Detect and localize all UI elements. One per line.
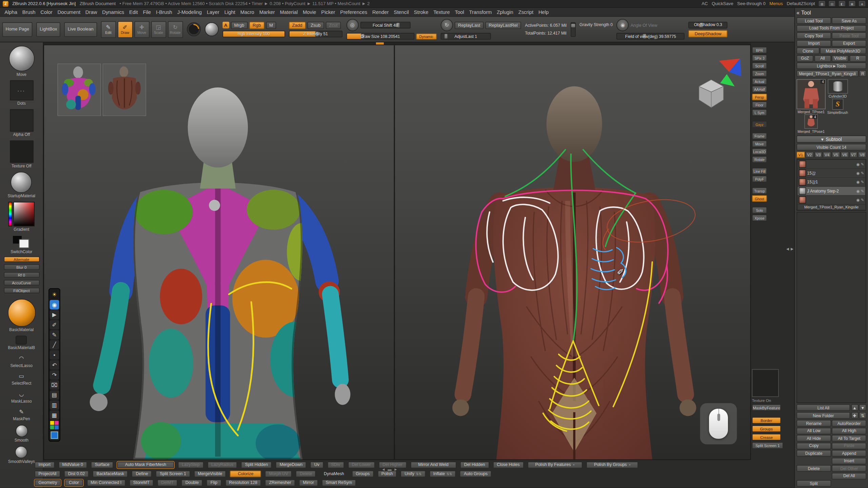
primary-color-swatch[interactable] <box>19 239 29 248</box>
fov-slider[interactable]: Field of view(deg) 39.59775 <box>617 33 685 40</box>
bottom-button[interactable]: Geometry <box>35 479 61 486</box>
subtool-view-tab[interactable]: V8 <box>858 151 866 158</box>
rotate-button[interactable]: ↻Rotate <box>168 21 183 38</box>
subtool-panel-button[interactable]: All High <box>832 427 866 434</box>
bottom-button[interactable]: Split Screen 1 <box>156 470 190 477</box>
subtool-view-tab[interactable]: V4 <box>823 151 831 158</box>
material-picker[interactable]: StartupMaterial <box>8 172 35 199</box>
bottom-button[interactable]: DelMT <box>157 479 178 486</box>
subtool-row[interactable]: 15강1 ◉ ✎ <box>798 178 865 186</box>
subtool-panel-button[interactable]: All To Target <box>832 435 866 442</box>
folder-add-icon[interactable]: ✚ <box>851 412 858 419</box>
menu-item[interactable]: Movie <box>303 9 316 15</box>
saturation-square[interactable] <box>13 202 35 226</box>
axis-gizmo[interactable] <box>694 57 741 113</box>
menu-item[interactable]: Preferences <box>340 9 367 15</box>
see-through-slider[interactable]: See-through 0 <box>737 1 765 6</box>
subtool-panel-button[interactable]: Del Other <box>832 465 866 472</box>
color-picker[interactable]: Gradient <box>8 202 35 232</box>
right-shelf-button[interactable]: Actual <box>752 78 767 85</box>
menu-item[interactable]: Dynamics <box>102 9 124 15</box>
subtool-down-icon[interactable]: ▼ <box>859 404 866 411</box>
line-icon[interactable]: ╱ <box>50 340 59 350</box>
right-shelf-button[interactable]: Rotate <box>752 156 767 163</box>
right-shelf-button[interactable]: SPix 3 <box>752 55 767 61</box>
basic-material-b[interactable]: BasicMaterialB <box>8 336 35 350</box>
split-screen-button[interactable]: Split Screen 1 <box>752 442 783 449</box>
bottom-button[interactable]: ProjectAll <box>35 470 60 477</box>
menu-item[interactable]: I-Brush <box>156 9 172 15</box>
divider-collapse-icon[interactable]: ◄► <box>785 246 794 251</box>
deep-shadow-button[interactable]: DeepShadow <box>689 30 728 37</box>
subtool-panel-button[interactable]: Del All <box>832 472 866 479</box>
subtool-panel-button[interactable]: Paste <box>832 442 866 449</box>
ui-swatch-icon[interactable]: ◧ <box>839 1 845 6</box>
subtool-panel-button[interactable]: All Hide <box>796 435 831 442</box>
subtool-view-tab[interactable]: V3 <box>814 151 822 158</box>
select-lasso[interactable]: ◠ SelectLasso <box>11 353 33 368</box>
subtool-view-tab[interactable]: V2 <box>805 151 813 158</box>
tool-panel-button[interactable]: Clone <box>796 47 819 54</box>
bottom-button[interactable]: Mirror And Weld <box>410 461 456 468</box>
subtool-panel-button[interactable]: Copy <box>796 442 831 449</box>
tool-panel-button[interactable]: GoZ <box>796 55 813 62</box>
subtool-panel-button[interactable]: All Low <box>796 427 831 434</box>
right-shelf-button[interactable]: AAHalf <box>752 86 767 93</box>
right-shelf-button[interactable]: Solo <box>752 207 767 214</box>
visible-count-button[interactable]: Visible Count 14 <box>796 144 866 150</box>
lightbox-button[interactable]: LightBox <box>36 22 60 37</box>
menu-item[interactable]: Zplugin <box>497 9 513 15</box>
smooth-valleys-brush[interactable]: SmoothValleys <box>8 446 35 464</box>
material-preview[interactable] <box>204 22 218 36</box>
draw-size-slider[interactable]: Draw Size 108.20541 <box>346 33 414 40</box>
bottom-button[interactable]: Define <box>132 470 152 477</box>
gravity-slider[interactable] <box>571 22 576 37</box>
pencil-icon[interactable]: ✎ <box>50 330 59 340</box>
visibility-eye-icon[interactable]: ◉ <box>856 189 860 193</box>
bottom-button[interactable]: Import <box>35 461 54 468</box>
bottom-button[interactable]: Dist 0.02 <box>64 470 88 477</box>
menu-item[interactable]: Stencil <box>394 9 409 15</box>
subtool-view-tab[interactable]: V7 <box>849 151 857 158</box>
frontal-color-swatch[interactable]: A <box>222 22 229 28</box>
bottom-button[interactable]: Min Connected I <box>87 479 125 486</box>
redo-icon[interactable]: ↷ <box>50 370 59 380</box>
bottom-button[interactable]: LazyStep <box>178 461 203 468</box>
ui-grid-icon[interactable]: ▦ <box>819 1 825 6</box>
stroke-picker[interactable]: ∙∙∙ Dots <box>10 80 33 106</box>
bottom-button[interactable]: Flip <box>206 479 221 486</box>
paint-icon[interactable]: ✎ <box>861 180 864 184</box>
replay-last-button[interactable]: ReplayLast <box>455 21 484 28</box>
canvas-splitter-handle[interactable]: ◄ ▬ ► <box>381 467 398 471</box>
right-shelf-button[interactable]: Local3D <box>752 148 767 155</box>
copy-icon[interactable]: ▥ <box>50 400 59 410</box>
bottom-button[interactable]: Split Hidden <box>241 461 272 468</box>
dot-icon[interactable]: • <box>50 350 59 360</box>
bottom-button[interactable]: LazyRadius <box>207 461 237 468</box>
blur-slider[interactable]: Blur 0 <box>4 264 39 270</box>
alpha-picker[interactable]: Alpha Off <box>10 109 33 137</box>
ui-monitor-icon[interactable]: ▤ <box>829 1 835 6</box>
right-shelf-button[interactable]: Floor <box>752 101 767 108</box>
basic-material[interactable]: BasicMaterial <box>7 299 35 332</box>
menu-item[interactable]: Render <box>372 9 389 15</box>
bottom-button[interactable]: Inflate <box>429 470 456 477</box>
bottom-button[interactable]: Del Lower <box>348 461 375 468</box>
subtool-view-tab[interactable]: V1 <box>796 151 805 158</box>
menu-item[interactable]: Zscript <box>518 9 533 15</box>
visibility-eye-icon[interactable]: ◉ <box>856 162 860 166</box>
clear-icon[interactable]: ⌧ <box>50 380 59 390</box>
bottom-button[interactable]: Auto Groups <box>460 470 491 477</box>
current-tool-name[interactable]: Merged_TPose1_Ryan_Kingsli <box>796 70 858 77</box>
right-shelf-button[interactable]: Ghost <box>752 195 767 202</box>
tool-panel-button[interactable]: Import <box>796 40 831 47</box>
bottom-button[interactable]: ZRemesher <box>265 479 295 486</box>
subtool-row[interactable]: ◉ ✎ <box>798 196 865 204</box>
bottom-button[interactable]: Morph UV <box>265 470 292 477</box>
tool-panel-button[interactable]: Make PolyMesh3D <box>820 47 866 54</box>
bottom-button[interactable]: Color <box>65 479 83 486</box>
visibility-eye-icon[interactable]: ◉ <box>856 198 860 202</box>
smooth-brush[interactable]: Smooth <box>15 425 28 443</box>
color-swatch[interactable] <box>50 430 59 440</box>
folder-move-icon[interactable]: ⇅ <box>859 412 866 419</box>
